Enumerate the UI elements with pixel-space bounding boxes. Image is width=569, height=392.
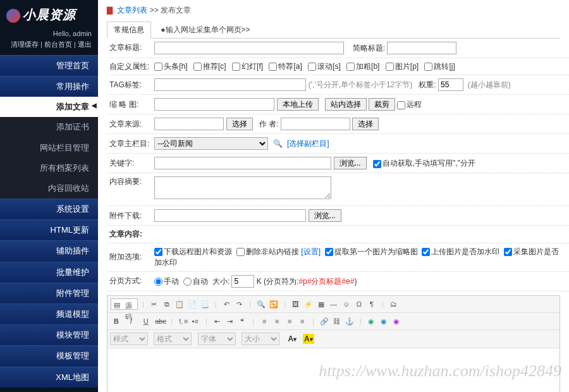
title-input[interactable] <box>154 42 344 54</box>
tb-paste2-icon[interactable]: 📄 <box>187 298 198 310</box>
tb-undo-icon[interactable]: ↶ <box>221 298 232 310</box>
rb-manual[interactable] <box>154 278 162 286</box>
tb-bgcolor-icon[interactable]: A▾ <box>303 334 314 344</box>
tb-italic-icon[interactable]: I <box>125 315 137 327</box>
tb-textcolor-icon[interactable]: A▾ <box>286 334 298 344</box>
tb-image-icon[interactable]: 🖼 <box>290 298 302 310</box>
author-input[interactable] <box>281 118 350 130</box>
tab-collect-url[interactable]: ●输入网址采集单个网页>> <box>154 22 256 38</box>
tag-input[interactable] <box>154 78 306 91</box>
sidebar-item-archives[interactable]: 所有档案列表 <box>0 158 98 178</box>
editor-content[interactable] <box>107 348 560 392</box>
tb-ul-icon[interactable]: •≡ <box>190 315 201 327</box>
tb-paste-icon[interactable]: 📋 <box>174 298 185 310</box>
cb-special[interactable] <box>269 63 277 71</box>
tb-hr-icon[interactable]: ― <box>328 298 340 310</box>
btn-download-browse[interactable]: 浏览... <box>309 209 341 222</box>
crumb-list[interactable]: 文章列表 <box>117 6 147 15</box>
tb-find-icon[interactable]: 🔍 <box>255 298 267 310</box>
summary-textarea[interactable] <box>154 176 331 199</box>
btn-local-upload[interactable]: 本地上传 <box>277 98 319 111</box>
tb-break-icon[interactable]: ¶ <box>366 298 377 310</box>
cb-headline[interactable] <box>154 63 162 71</box>
link-settings[interactable]: [设置] <box>301 247 321 256</box>
download-input[interactable] <box>154 209 306 222</box>
nav-batch[interactable]: 批量维护 <box>0 262 98 283</box>
logout-link[interactable]: 退出 <box>78 40 92 48</box>
tb-right-icon[interactable]: ≡ <box>284 315 295 327</box>
tb-unlink-icon[interactable]: ⛓ <box>331 315 343 327</box>
nav-common[interactable]: 常用操作 <box>0 76 98 97</box>
cb-recommend[interactable] <box>193 63 202 71</box>
tb-table-icon[interactable]: ▦ <box>315 298 327 310</box>
nav-channel[interactable]: 频道模型 <box>0 303 98 324</box>
rb-auto[interactable] <box>183 278 192 286</box>
nav-module[interactable]: 模块管理 <box>0 324 98 345</box>
nav-html[interactable]: HTML更新 <box>0 219 98 240</box>
cb-remote[interactable] <box>397 101 405 109</box>
tb-ext2-icon[interactable]: ◉ <box>378 315 389 327</box>
btn-author-select[interactable]: 选择 <box>352 118 379 130</box>
cb-bold[interactable] <box>346 63 355 71</box>
sel-style[interactable]: 样式 <box>110 333 148 345</box>
subcolumn-link[interactable]: [选择副栏目] <box>287 139 329 148</box>
tb-replace-icon[interactable]: 🔁 <box>268 298 279 310</box>
nav-plugin[interactable]: 辅助插件 <box>0 240 98 261</box>
tab-general[interactable]: 常规信息 <box>107 21 151 39</box>
source-input[interactable] <box>154 118 224 130</box>
cb-scroll[interactable] <box>308 63 316 71</box>
cb-collect-wm[interactable] <box>504 248 512 256</box>
cb-del-links[interactable] <box>236 248 245 256</box>
clear-cache-link[interactable]: 清理缓存 <box>11 40 39 48</box>
tb-gallery-icon[interactable]: 🗂 <box>388 298 400 310</box>
nav-attach[interactable]: 附件管理 <box>0 283 98 303</box>
sidebar-item-recycle[interactable]: 内容回收站 <box>0 178 98 199</box>
sidebar-item-columns[interactable]: 网站栏目管理 <box>0 138 98 158</box>
tb-anchor-icon[interactable]: ⚓ <box>344 315 355 327</box>
cb-dl-remote[interactable] <box>154 248 162 256</box>
thumb-input[interactable] <box>154 98 274 111</box>
tb-scissors-icon[interactable]: ✂ <box>149 298 160 310</box>
keywords-input[interactable] <box>154 157 331 169</box>
magnifier-icon[interactable]: 🔍 <box>273 139 283 148</box>
sel-format[interactable]: 格式 <box>154 333 192 345</box>
tb-link-icon[interactable]: 🔗 <box>319 315 330 327</box>
tb-ext3-icon[interactable]: ◉ <box>391 315 402 327</box>
tb-center-icon[interactable]: ≡ <box>271 315 283 327</box>
cb-jump[interactable] <box>424 63 432 71</box>
tb-flash-icon[interactable]: ⚡ <box>303 298 314 310</box>
tb-paste3-icon[interactable]: 📃 <box>199 298 211 310</box>
cb-slide[interactable] <box>232 63 240 71</box>
nav-template[interactable]: 模板管理 <box>0 345 98 366</box>
tb-quote-icon[interactable]: ❝ <box>236 315 248 327</box>
tb-copy-icon[interactable]: ⧉ <box>161 298 173 310</box>
tb-strike-icon[interactable]: abc <box>155 315 166 327</box>
frontend-link[interactable]: 前台首页 <box>44 40 72 48</box>
tb-outdent-icon[interactable]: ⇤ <box>211 315 223 327</box>
column-select[interactable]: --公司新闻 <box>154 137 268 150</box>
tb-redo-icon[interactable]: ↷ <box>233 298 245 310</box>
btn-source-select[interactable]: 选择 <box>226 118 253 130</box>
tb-left-icon[interactable]: ≡ <box>259 315 270 327</box>
nav-home[interactable]: 管理首页 <box>0 55 98 76</box>
btn-site-select[interactable]: 站内选择 <box>325 98 367 111</box>
nav-xml[interactable]: XML地图 <box>0 367 98 388</box>
weight-input[interactable] <box>438 78 463 91</box>
btn-crop[interactable]: 裁剪 <box>369 98 395 111</box>
tb-indent-icon[interactable]: ⇥ <box>224 315 235 327</box>
sidebar-item-add-article[interactable]: 添加文章 <box>0 97 98 117</box>
tb-char-icon[interactable]: Ω <box>353 298 365 310</box>
sel-size[interactable]: 大小 <box>242 333 279 345</box>
tb-bold-icon[interactable]: B <box>111 315 122 327</box>
sidebar-item-add-cert[interactable]: 添加证书 <box>0 117 98 137</box>
short-title-input[interactable] <box>387 42 456 54</box>
tb-source[interactable]: ▤ 源码 <box>111 298 138 310</box>
tb-underline-icon[interactable]: U <box>140 315 152 327</box>
cb-upload-wm[interactable] <box>422 248 430 256</box>
cb-extract-thumb[interactable] <box>325 248 333 256</box>
tb-justify-icon[interactable]: ≡ <box>297 315 308 327</box>
cb-image[interactable] <box>386 63 394 71</box>
pagesize-input[interactable] <box>231 275 254 288</box>
tb-ol-icon[interactable]: ⒈≡ <box>177 315 188 327</box>
btn-keywords-browse[interactable]: 浏览... <box>334 157 367 169</box>
